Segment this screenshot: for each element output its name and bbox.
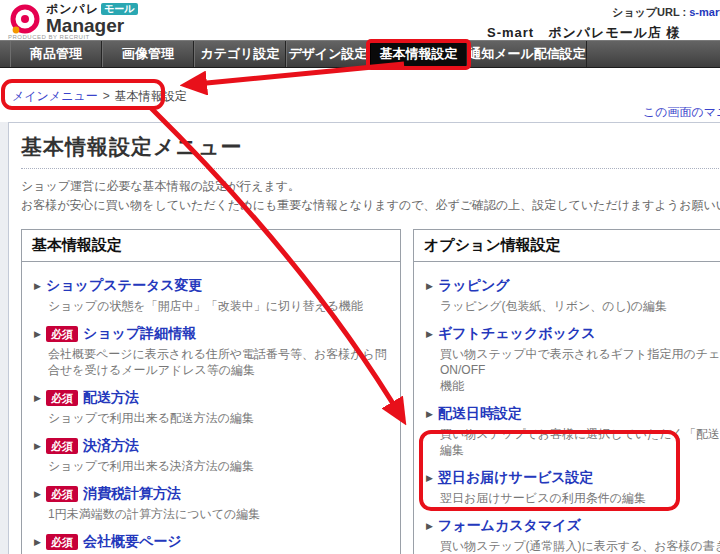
menu-item-desc: 買い物ステップ(通常購入)に表示する、お客様の書き込み欄の編集を xyxy=(440,538,720,554)
required-badge: 必須 xyxy=(46,326,78,342)
logo-mall-badge: モール xyxy=(101,3,137,15)
nav-tab-4[interactable]: デザイン設定 xyxy=(286,41,370,67)
menu-item: ▶必須消費税計算方法1円未満端数の計算方法についての編集 xyxy=(34,485,388,522)
page-title: 基本情報設定メニュー xyxy=(21,133,720,169)
menu-item-desc: ショップの状態を「開店中」「改装中」に切り替える機能 xyxy=(48,298,388,314)
menu-item: ▶翌日お届けサービス設定翌日お届けサービスの利用条件の編集 xyxy=(426,469,720,506)
triangle-bullet-icon: ▶ xyxy=(34,282,41,291)
triangle-bullet-icon: ▶ xyxy=(34,442,41,451)
menu-item: ▶ラッピングラッピング(包装紙、リボン、のし)の編集 xyxy=(426,277,720,314)
nav-tab-2[interactable]: 画像管理 xyxy=(102,41,194,67)
triangle-bullet-icon: ▶ xyxy=(426,410,433,419)
content-background: 基本情報設定メニュー ショップ運営に必要な基本情報の設定が行えます。 お客様が安… xyxy=(0,122,720,554)
menu-item-desc: ショップで利用出来る決済方法の編集 xyxy=(48,458,388,474)
triangle-bullet-icon: ▶ xyxy=(34,330,41,339)
menu-item: ▶配送日時設定買い物ステップでお客様に選択していただく「配送日」「配送時間」の編… xyxy=(426,405,720,458)
menu-item-desc: 会社概要ページに表示される住所や電話番号等、お客様から問合せを受けるメールアドレ… xyxy=(48,346,388,378)
shop-url-link[interactable]: s-mart xyxy=(689,6,720,18)
content-panel: 基本情報設定メニュー ショップ運営に必要な基本情報の設定が行えます。 お客様が安… xyxy=(8,122,720,554)
menu-item-desc: 買い物ステップでお客様に選択していただく「配送日」「配送時間」の編集 xyxy=(440,426,720,458)
menu-link[interactable]: ショップステータス変更 xyxy=(46,277,203,295)
menu-link[interactable]: 消費税計算方法 xyxy=(83,485,181,503)
ponparemall-logo-icon xyxy=(8,3,42,37)
menu-item: ▶ギフトチェックボックス買い物ステップ中で表示されるギフト指定用のチェックボック… xyxy=(426,325,720,394)
nav-tab-1[interactable]: 商品管理 xyxy=(10,41,102,67)
menu-link[interactable]: ショップ詳細情報 xyxy=(83,325,196,343)
menu-item: ▶必須会社概要ページ会社情報、お支払方法の追加説明、配送・送料の追加説明、返品・… xyxy=(34,533,388,554)
triangle-bullet-icon: ▶ xyxy=(34,394,41,403)
logo-manager-text: Manager xyxy=(46,16,138,35)
main-navbar: 商品管理画像管理カテゴリ設定デザイン設定基本情報設定通知メール配信設定 xyxy=(0,40,720,68)
triangle-bullet-icon: ▶ xyxy=(426,474,433,483)
menu-item: ▶必須ショップ詳細情報会社概要ページに表示される住所や電話番号等、お客様から問合… xyxy=(34,325,388,378)
page-description-line-1: ショップ運営に必要な基本情報の設定が行えます。 xyxy=(21,177,720,196)
triangle-bullet-icon: ▶ xyxy=(426,282,433,291)
nav-tab-6[interactable]: 通知メール配信設定 xyxy=(467,41,587,67)
breadcrumb-main-menu-link[interactable]: メインメニュー xyxy=(12,89,98,103)
menu-item: ▶必須決済方法ショップで利用出来る決済方法の編集 xyxy=(34,437,388,474)
menu-item-desc: 買い物ステップ中で表示されるギフト指定用のチェックボックスのON/OFF 機能 xyxy=(440,346,720,394)
menu-item: ▶必須配送方法ショップで利用出来る配送方法の編集 xyxy=(34,389,388,426)
ponparemall-logo[interactable]: ポンパレ モール Manager xyxy=(8,3,138,37)
triangle-bullet-icon: ▶ xyxy=(426,330,433,339)
shop-url-label: ショップURL : xyxy=(612,6,686,18)
menu-link[interactable]: 会社概要ページ xyxy=(83,533,182,551)
triangle-bullet-icon: ▶ xyxy=(426,522,433,531)
option-settings-header: オプション情報設定 xyxy=(414,230,720,262)
top-header: ポンパレ モール Manager PRODUCED BY RECRUIT ショッ… xyxy=(0,0,720,40)
screen-manual-link[interactable]: この画面のマニュアル xyxy=(643,104,720,121)
required-badge: 必須 xyxy=(46,534,78,550)
menu-link[interactable]: 決済方法 xyxy=(83,437,139,455)
menu-link[interactable]: 配送日時設定 xyxy=(438,405,522,423)
menu-item-desc: 翌日お届けサービスの利用条件の編集 xyxy=(440,490,720,506)
logo-text-jp: ポンパレ xyxy=(46,3,99,15)
menu-link[interactable]: ラッピング xyxy=(438,277,510,295)
option-settings-section: オプション情報設定 ▶ラッピングラッピング(包装紙、リボン、のし)の編集▶ギフト… xyxy=(413,229,720,554)
nav-tab-5[interactable]: 基本情報設定 xyxy=(370,41,467,67)
menu-item: ▶ショップステータス変更ショップの状態を「開店中」「改装中」に切り替える機能 xyxy=(34,277,388,314)
basic-settings-header: 基本情報設定 xyxy=(22,230,400,262)
menu-link[interactable]: 配送方法 xyxy=(83,389,139,407)
menu-link[interactable]: 翌日お届けサービス設定 xyxy=(438,469,594,487)
shop-url-line: ショップURL : s-mart xyxy=(612,5,720,20)
page-description: ショップ運営に必要な基本情報の設定が行えます。 お客様が安心に買い物をしていただ… xyxy=(21,177,720,215)
menu-item-desc: 1円未満端数の計算方法についての編集 xyxy=(48,506,388,522)
breadcrumb-separator: > xyxy=(103,89,110,103)
required-badge: 必須 xyxy=(46,390,78,406)
triangle-bullet-icon: ▶ xyxy=(34,538,41,547)
triangle-bullet-icon: ▶ xyxy=(34,490,41,499)
required-badge: 必須 xyxy=(46,438,78,454)
required-badge: 必須 xyxy=(46,486,78,502)
menu-item-desc: ラッピング(包装紙、リボン、のし)の編集 xyxy=(440,298,720,314)
menu-item-desc: ショップで利用出来る配送方法の編集 xyxy=(48,410,388,426)
breadcrumb-current: 基本情報設定 xyxy=(115,89,187,103)
menu-item: ▶フォームカスタマイズ買い物ステップ(通常購入)に表示する、お客様の書き込み欄の… xyxy=(426,517,720,554)
page-description-line-2: お客様が安心に買い物をしていただくためにも重要な情報となりますので、必ずご確認の… xyxy=(21,196,720,215)
menu-link[interactable]: フォームカスタマイズ xyxy=(438,517,581,535)
nav-tab-3[interactable]: カテゴリ設定 xyxy=(194,41,286,67)
breadcrumb: メインメニュー>基本情報設定 xyxy=(12,88,187,105)
basic-settings-section: 基本情報設定 ▶ショップステータス変更ショップの状態を「開店中」「改装中」に切り… xyxy=(21,229,401,554)
menu-link[interactable]: ギフトチェックボックス xyxy=(438,325,596,343)
